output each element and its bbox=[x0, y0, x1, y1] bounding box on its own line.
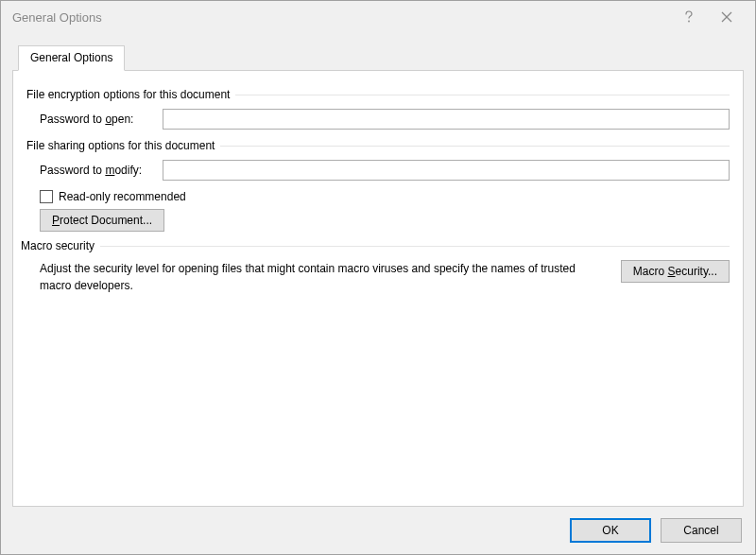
tab-general-options[interactable]: General Options bbox=[18, 45, 125, 71]
group-sharing-label: File sharing options for this document bbox=[26, 139, 215, 152]
group-macro-label: Macro security bbox=[21, 239, 94, 252]
password-modify-label: Password to modify: bbox=[40, 164, 163, 177]
general-options-dialog: General Options General Options File enc… bbox=[0, 0, 756, 555]
readonly-label: Read-only recommended bbox=[59, 190, 186, 203]
divider bbox=[235, 95, 730, 95]
group-macro-header: Macro security bbox=[21, 239, 730, 252]
divider bbox=[100, 246, 730, 247]
cancel-button[interactable]: Cancel bbox=[661, 518, 742, 543]
password-open-input[interactable] bbox=[163, 109, 730, 130]
help-button[interactable] bbox=[670, 3, 708, 31]
password-open-row: Password to open: bbox=[40, 109, 730, 130]
password-modify-input[interactable] bbox=[163, 160, 730, 181]
close-icon bbox=[721, 11, 732, 23]
macro-security-button[interactable]: Macro Security... bbox=[621, 260, 730, 283]
titlebar: General Options bbox=[1, 1, 755, 33]
macro-row: Adjust the security level for opening fi… bbox=[40, 260, 730, 294]
svg-point-0 bbox=[688, 21, 690, 23]
readonly-row[interactable]: Read-only recommended bbox=[40, 190, 730, 203]
protect-document-button[interactable]: Protect Document... bbox=[40, 209, 164, 232]
dialog-footer: OK Cancel bbox=[1, 507, 755, 554]
tab-strip: General Options bbox=[12, 44, 744, 70]
divider bbox=[220, 146, 730, 147]
group-encryption-label: File encryption options for this documen… bbox=[26, 88, 230, 101]
readonly-checkbox[interactable] bbox=[40, 190, 53, 203]
help-icon bbox=[683, 10, 695, 24]
close-button[interactable] bbox=[708, 3, 746, 31]
group-encryption-header: File encryption options for this documen… bbox=[26, 88, 730, 101]
tab-panel: File encryption options for this documen… bbox=[12, 70, 744, 507]
client-area: General Options File encryption options … bbox=[1, 33, 755, 507]
password-modify-row: Password to modify: bbox=[40, 160, 730, 181]
password-open-label: Password to open: bbox=[40, 113, 163, 126]
protect-document-row: Protect Document... bbox=[40, 209, 730, 232]
window-title: General Options bbox=[12, 10, 670, 25]
ok-button[interactable]: OK bbox=[570, 518, 651, 543]
macro-description: Adjust the security level for opening fi… bbox=[40, 260, 602, 294]
group-sharing-header: File sharing options for this document bbox=[26, 139, 730, 152]
